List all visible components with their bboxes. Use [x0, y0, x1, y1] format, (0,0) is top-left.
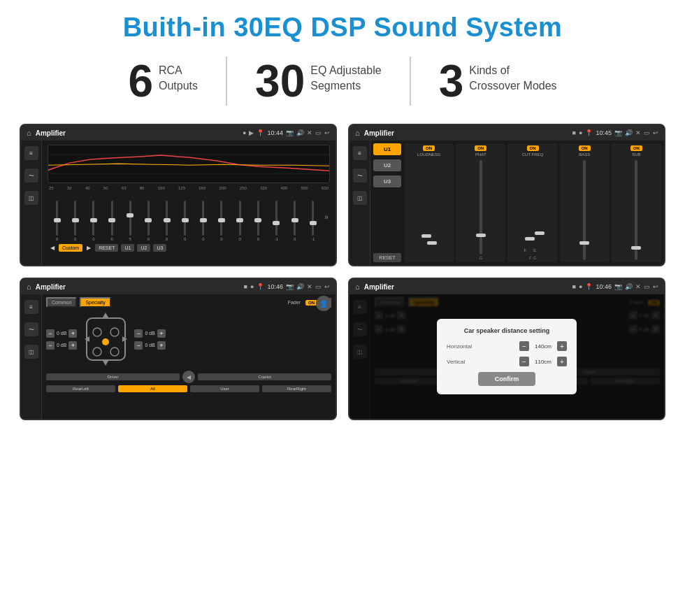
- back-icon-4[interactable]: ↩: [653, 283, 658, 290]
- volume-icon-2: 🔊: [625, 129, 633, 136]
- eq-slider-7[interactable]: 0: [159, 201, 175, 241]
- driver-btn[interactable]: Driver: [46, 373, 180, 380]
- eq-prev-btn[interactable]: ◀: [49, 245, 56, 252]
- all-btn[interactable]: All: [118, 385, 187, 392]
- home-icon-2[interactable]: ⌂: [355, 129, 360, 137]
- horizontal-plus-btn[interactable]: +: [557, 341, 567, 351]
- eq-slider-5[interactable]: 5: [122, 201, 138, 241]
- eq-slider-9[interactable]: 0: [195, 201, 211, 241]
- eq-slider-6[interactable]: 0: [140, 201, 157, 241]
- cs-sidebar-icon-3[interactable]: ◫: [24, 345, 38, 359]
- cs-plus-1[interactable]: +: [68, 329, 77, 338]
- user-btn[interactable]: User: [190, 385, 259, 392]
- close-icon-4[interactable]: ✕: [635, 283, 641, 290]
- eq-sidebar-icon-2[interactable]: 〜: [24, 169, 38, 182]
- cs-minus-3[interactable]: −: [134, 329, 143, 338]
- horizontal-minus-btn[interactable]: −: [519, 341, 529, 351]
- eq-slider-4[interactable]: 0: [103, 201, 120, 241]
- eq-slider-14[interactable]: 0: [287, 201, 303, 241]
- u3-button[interactable]: U3: [373, 176, 401, 187]
- dialog-vertical-controls: − 110cm +: [519, 357, 567, 366]
- common-tab[interactable]: Common: [46, 297, 77, 308]
- svg-point-7: [110, 348, 119, 356]
- sub-label: SUB: [632, 152, 640, 157]
- eq-slider-2[interactable]: 0: [67, 201, 83, 241]
- eq-slider-10[interactable]: 0: [213, 201, 229, 241]
- vertical-minus-btn[interactable]: −: [519, 357, 529, 366]
- cs-sidebar-icon-1[interactable]: ≡: [24, 300, 38, 314]
- pin-icon-4: 📍: [585, 283, 593, 290]
- cs-bottom-row: Driver ◀ Copilot: [46, 371, 331, 383]
- eq-custom-btn[interactable]: Custom: [59, 244, 82, 252]
- dialog-horizontal-controls: − 140cm +: [519, 341, 567, 351]
- eq-next-btn[interactable]: ▶: [85, 245, 92, 252]
- close-icon-2[interactable]: ✕: [635, 129, 641, 136]
- home-icon[interactable]: ⌂: [27, 129, 31, 137]
- cs-db-val-2: 0 dB: [57, 343, 66, 348]
- bass-label: BASS: [579, 152, 590, 157]
- home-icon-4[interactable]: ⌂: [355, 282, 360, 291]
- rearleft-btn[interactable]: RearLeft: [46, 385, 115, 392]
- eq-reset-btn[interactable]: RESET: [95, 244, 118, 252]
- cs-arrow-left[interactable]: ◀: [182, 371, 195, 383]
- close-icon-3[interactable]: ✕: [307, 283, 312, 290]
- eq-slider-15[interactable]: -1: [305, 201, 321, 241]
- back-icon[interactable]: ↩: [324, 129, 330, 136]
- eq-screen-content: ≡ 〜 ◫ 2: [21, 141, 336, 265]
- cs-tab-row: Common Specialty Fader ON: [46, 297, 331, 308]
- eq-topbar-icons: ● ▶ 📍 10:44 📷 🔊 ✕ ▭ ↩: [243, 129, 330, 136]
- u-sidebar-icon-2[interactable]: 〜: [353, 169, 367, 182]
- copilot-btn[interactable]: Copilot: [198, 373, 331, 380]
- u-controls-row: ON LOUDNESS ON PHAT: [404, 143, 661, 262]
- screens-grid: ⌂ Amplifier ● ▶ 📍 10:44 📷 🔊 ✕ ▭ ↩ ≡ 〜 ◫: [0, 118, 685, 434]
- vertical-value: 110cm: [532, 359, 554, 365]
- cs-sidebar-icon-2[interactable]: 〜: [24, 322, 38, 336]
- eq-u3-btn[interactable]: U3: [153, 244, 166, 252]
- back-icon-3[interactable]: ↩: [324, 283, 330, 290]
- eq-freq-labels: 25 32 40 50 63 80 100 125 160 200 250 32…: [48, 186, 330, 190]
- svg-marker-9: [103, 313, 108, 317]
- specialty-tab[interactable]: Specialty: [80, 297, 110, 308]
- bass-on[interactable]: ON: [579, 145, 591, 151]
- avatar-icon[interactable]: 👤: [316, 296, 331, 311]
- eq-sidebar-icon-3[interactable]: ◫: [24, 191, 38, 205]
- cs-minus-4[interactable]: −: [134, 341, 143, 350]
- phat-on[interactable]: ON: [475, 145, 486, 151]
- stat-eq-text: EQ Adjustable Segments: [310, 59, 381, 93]
- cs-plus-3[interactable]: +: [157, 329, 166, 338]
- eq-slider-3[interactable]: 0: [85, 201, 101, 241]
- sub-on[interactable]: ON: [630, 145, 642, 151]
- pin-icon-2: 📍: [585, 129, 593, 136]
- cs-minus-2[interactable]: −: [46, 341, 55, 350]
- cs-plus-2[interactable]: +: [68, 341, 77, 350]
- u1-button[interactable]: U1: [373, 143, 401, 155]
- u2-button[interactable]: U2: [373, 159, 401, 171]
- expand-icon[interactable]: »: [324, 213, 329, 221]
- back-icon-2[interactable]: ↩: [653, 129, 658, 136]
- cs-minus-1[interactable]: −: [46, 329, 55, 338]
- rearright-btn[interactable]: RearRight: [262, 385, 331, 392]
- home-icon-3[interactable]: ⌂: [27, 282, 31, 291]
- eq-u2-btn[interactable]: U2: [137, 244, 150, 252]
- svg-point-5: [110, 328, 119, 336]
- confirm-button[interactable]: Confirm: [478, 372, 536, 386]
- u-right-panel: ON LOUDNESS ON PHAT: [404, 143, 661, 262]
- eq-slider-8[interactable]: 0: [177, 201, 193, 241]
- eq-slider-12[interactable]: 0: [250, 201, 266, 241]
- vertical-plus-btn[interactable]: +: [557, 357, 567, 366]
- close-icon[interactable]: ✕: [307, 129, 312, 136]
- eq-sidebar-icon-1[interactable]: ≡: [24, 146, 38, 160]
- eq-slider-11[interactable]: 0: [232, 201, 248, 241]
- cutfreq-on[interactable]: ON: [527, 145, 539, 151]
- eq-u1-btn[interactable]: U1: [121, 244, 134, 252]
- u-sidebar-icon-3[interactable]: ◫: [353, 191, 367, 205]
- u-reset-btn[interactable]: RESET: [373, 253, 401, 262]
- u-sidebar-icon-1[interactable]: ≡: [353, 146, 367, 160]
- eq-graph: [48, 145, 330, 183]
- loudness-on[interactable]: ON: [423, 145, 435, 151]
- stat-rca: 6 RCA Outputs: [100, 59, 226, 103]
- cs-plus-4[interactable]: +: [157, 341, 166, 350]
- cs-topbar: ⌂ Amplifier ■ ● 📍 10:46 📷 🔊 ✕ ▭ ↩: [21, 279, 336, 294]
- eq-slider-1[interactable]: 0: [49, 201, 65, 241]
- eq-slider-13[interactable]: -1: [268, 201, 284, 241]
